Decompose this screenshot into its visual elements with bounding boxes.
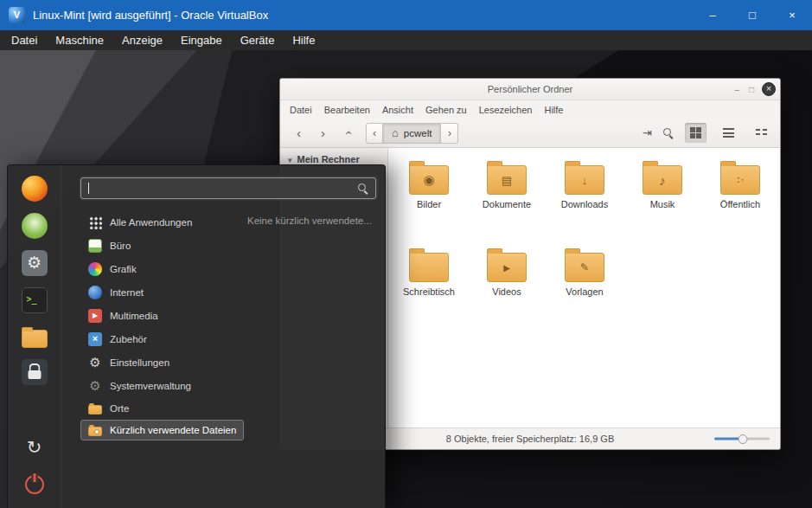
video-emblem-icon: [488, 254, 526, 281]
folder-icon: [720, 165, 760, 195]
folder-icon: [487, 253, 527, 282]
camera-emblem-icon: [410, 166, 448, 194]
folder-item[interactable]: Schreibtisch: [390, 247, 468, 334]
system-icon: [88, 379, 102, 393]
folder-item[interactable]: Vorlagen: [546, 247, 623, 334]
virtualbox-menu-item[interactable]: Eingabe: [181, 34, 222, 47]
menu-search-input[interactable]: [80, 177, 376, 199]
folder-icon: [409, 253, 449, 282]
system-settings-icon[interactable]: [22, 250, 48, 276]
breadcrumb-home-button[interactable]: pcwelt: [383, 123, 441, 144]
compact-view-button[interactable]: [751, 123, 772, 143]
graphics-category-item[interactable]: Grafik: [80, 258, 144, 280]
breadcrumb: ‹ pcwelt ›: [366, 123, 458, 144]
chevron-down-icon: [288, 154, 292, 164]
template-emblem-icon: [566, 254, 604, 281]
close-button[interactable]: ×: [772, 0, 812, 30]
minimize-button[interactable]: [734, 85, 739, 94]
list-view-icon: [723, 127, 734, 138]
location-entry-toggle-icon[interactable]: [643, 126, 652, 139]
list-view-button[interactable]: [718, 123, 739, 143]
favorites-group: [22, 176, 48, 385]
folder-item[interactable]: Downloads: [546, 159, 623, 247]
file-manager-window-controls: [734, 79, 754, 100]
folder-item[interactable]: Öffentlich: [701, 159, 779, 247]
breadcrumb-label: pcwelt: [404, 128, 432, 138]
compact-view-icon: [756, 127, 767, 138]
zoom-slider[interactable]: [714, 438, 770, 440]
category-label: Alle Anwendungen: [110, 217, 192, 228]
places-category-item[interactable]: Orte: [80, 398, 137, 419]
file-manager-menu-item[interactable]: Hilfe: [544, 105, 563, 115]
multimedia-category-item[interactable]: Multimedia: [80, 305, 166, 327]
office-icon: [88, 239, 102, 253]
back-button[interactable]: [288, 123, 310, 144]
home-icon: [392, 126, 399, 139]
folder-label: Schreibtisch: [403, 286, 455, 298]
maximize-button[interactable]: □: [732, 0, 772, 30]
file-manager-menu-item[interactable]: Bearbeiten: [324, 105, 370, 115]
system-category-item[interactable]: Systemverwaltung: [80, 375, 199, 397]
folder-icon: [487, 165, 527, 195]
close-button[interactable]: [762, 82, 776, 96]
file-manager-toolbar: ‹ pcwelt ›: [280, 119, 780, 148]
lock-screen-icon[interactable]: [22, 359, 48, 385]
settings-icon: [88, 356, 102, 370]
breadcrumb-left-button[interactable]: ‹: [366, 123, 383, 144]
logout-icon[interactable]: [22, 434, 48, 460]
file-manager-titlebar[interactable]: Persönlicher Ordner: [280, 79, 780, 100]
internet-category-item[interactable]: Internet: [80, 281, 151, 304]
folder-item[interactable]: Videos: [468, 247, 546, 334]
grid-view-button[interactable]: [685, 123, 707, 143]
virtualbox-titlebar[interactable]: Linux-Mint [wird ausgeführt] - Oracle Vi…: [0, 0, 812, 30]
music-emblem-icon: [643, 166, 681, 194]
folder-icon: [409, 165, 449, 195]
toolbar-right-group: [643, 123, 772, 143]
recent-category-item[interactable]: Kürzlich verwendete Dateien: [80, 420, 244, 440]
zoom-slider-knob[interactable]: [738, 434, 748, 444]
software-manager-icon[interactable]: [22, 213, 48, 239]
download-emblem-icon: [566, 166, 604, 194]
category-label: Internet: [110, 287, 144, 298]
accessories-category-item[interactable]: Zubehör: [80, 328, 155, 350]
firefox-icon[interactable]: [22, 176, 48, 202]
folder-item[interactable]: Bilder: [390, 159, 468, 247]
file-manager-menu-item[interactable]: Lesezeichen: [479, 105, 533, 115]
folder-icon: [565, 253, 604, 282]
recent-icon: [88, 427, 102, 436]
multimedia-icon: [88, 309, 102, 323]
terminal-icon[interactable]: [22, 287, 48, 313]
file-manager-menu-item[interactable]: Gehen zu: [425, 105, 467, 115]
folder-item[interactable]: Musik: [623, 159, 701, 247]
folder-label: Bilder: [417, 199, 441, 210]
minimize-button[interactable]: –: [693, 0, 732, 30]
menu-right-pane: Alle Anwendungen Büro Grafik Internet Mu…: [61, 165, 385, 508]
window-title: Linux-Mint [wird ausgeführt] - Oracle Vi…: [33, 9, 268, 22]
office-category-item[interactable]: Büro: [80, 235, 138, 257]
category-label: Büro: [110, 241, 131, 251]
virtualbox-menu-item[interactable]: Geräte: [240, 34, 275, 47]
category-label: Kürzlich verwendete Dateien: [110, 425, 236, 435]
up-button[interactable]: [336, 123, 358, 144]
power-icon[interactable]: [22, 472, 48, 498]
settings-category-item[interactable]: Einstellungen: [80, 351, 177, 374]
text-cursor: [88, 183, 89, 194]
breadcrumb-right-button[interactable]: ›: [441, 123, 458, 144]
maximize-button[interactable]: [749, 85, 754, 94]
folder-item[interactable]: Dokumente: [468, 159, 546, 247]
chevron-up-icon: [340, 131, 355, 135]
session-group: [22, 434, 48, 498]
virtualbox-menu-item[interactable]: Maschine: [55, 34, 104, 47]
statusbar-text: 8 Objekte, freier Speicherplatz: 16,9 GB: [446, 434, 614, 444]
files-icon[interactable]: [22, 330, 48, 348]
virtualbox-menu-item[interactable]: Anzeige: [122, 34, 163, 47]
forward-button[interactable]: [312, 123, 334, 144]
sidebar-item-label: Mein Rechner: [297, 154, 360, 164]
virtualbox-menu-item[interactable]: Hilfe: [292, 34, 315, 47]
file-manager-menu-item[interactable]: Ansicht: [382, 105, 413, 115]
virtualbox-menu-item[interactable]: Datei: [11, 34, 37, 47]
folder-label: Videos: [492, 286, 521, 298]
all-category-item[interactable]: Alle Anwendungen: [80, 211, 200, 234]
search-icon[interactable]: [663, 128, 674, 138]
file-manager-menu-item[interactable]: Datei: [290, 105, 312, 115]
